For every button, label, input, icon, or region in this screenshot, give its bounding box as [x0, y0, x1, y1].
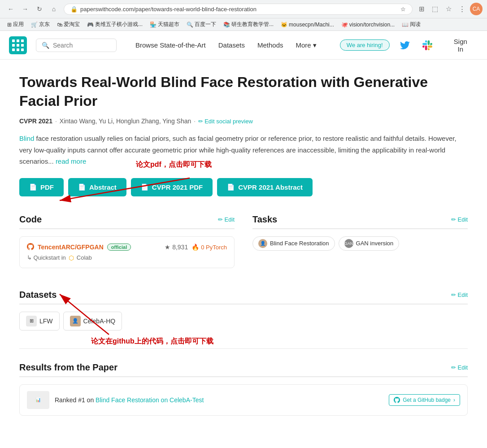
repo-link[interactable]: TencentARC/GFPGAN: [38, 244, 104, 251]
game-icon: 🎮: [87, 22, 94, 28]
refresh-button[interactable]: ↻: [33, 3, 46, 15]
main-content: Towards Real-World Blind Face Restoratio…: [6, 60, 481, 443]
pdf-annotation-text: 论文pdf，点击即可下载: [136, 160, 212, 170]
sign-in-button[interactable]: Sign In: [443, 34, 478, 57]
abstract-button[interactable]: 📄 Abstract: [68, 178, 126, 196]
results-section-header: Results from the Paper ✏ Edit: [19, 362, 468, 377]
more-link[interactable]: More ▾: [290, 38, 322, 53]
bookmark-vision[interactable]: 🐙 vision/torchvision...: [339, 21, 397, 29]
cvpr-abstract-button[interactable]: 📄 CVPR 2021 Abstract: [217, 178, 313, 196]
tasks-section: Tasks ✏ Edit 👤 Blind Face Restoration GA…: [252, 214, 468, 272]
code-edit-link[interactable]: ✏ Edit: [218, 216, 235, 223]
cvpr-pdf-button[interactable]: 📄 CVPR 2021 PDF: [131, 178, 213, 196]
bookmark-tmall-label: 天猫超市: [158, 21, 179, 28]
github-badge-button[interactable]: Get a GitHub badge ›: [389, 394, 460, 406]
bookmark-taobao-label: 爱淘宝: [64, 21, 80, 28]
code-repo-header: TencentARC/GFPGAN official ★ 8,931 🔥 0 P…: [27, 243, 227, 252]
cvpr-abstract-button-label: CVPR 2021 Abstract: [238, 183, 303, 191]
tasks-section-title: Tasks: [252, 214, 277, 225]
chevron-right-icon: ›: [453, 397, 455, 403]
menu-icon[interactable]: ⋮: [457, 4, 467, 14]
bookmark-jd-label: 京东: [39, 21, 50, 28]
jd-icon: 🛒: [31, 22, 38, 28]
bookmark-read[interactable]: 📖 阅读: [399, 20, 423, 29]
star-count-value: 8,931: [172, 244, 188, 251]
logo-icon[interactable]: [9, 36, 27, 54]
bookmark-mousecpn[interactable]: 🐱 mousecpn/Machi...: [278, 21, 337, 29]
pdf-button[interactable]: 📄 PDF: [19, 178, 64, 196]
cvpr-abstract-icon: 📄: [227, 183, 235, 191]
meta-dot-1: ·: [55, 117, 57, 125]
user-avatar[interactable]: CA: [470, 3, 483, 15]
twitter-icon[interactable]: [399, 37, 412, 53]
forward-button[interactable]: →: [19, 3, 31, 15]
search-icon: 🔍: [42, 42, 49, 49]
navbar: 🔍 Browse State-of-the-Art Datasets Metho…: [0, 31, 487, 60]
colab-icon: ⬡: [69, 254, 74, 261]
datasets-section-title: Datasets: [19, 290, 57, 300]
home-button[interactable]: ⌂: [48, 3, 60, 15]
search-box[interactable]: 🔍: [36, 39, 117, 52]
bookmark-baidu[interactable]: 🔍 百度一下: [184, 20, 219, 29]
task-tag-blind-face[interactable]: 👤 Blind Face Restoration: [252, 236, 335, 251]
browse-state-link[interactable]: Browse State-of-the-Art: [130, 38, 211, 52]
buttons-annotation-container: 📄 PDF 📄 Abstract 📄 CVPR 2021 PDF 📄 CVPR …: [19, 178, 468, 196]
back-button[interactable]: ←: [4, 3, 17, 15]
dataset-tag-celeba[interactable]: 👤 CelebA-HQ: [63, 312, 122, 331]
abstract-highlight: Blind: [19, 135, 34, 142]
browser-toolbar-icons: ⊞ ⬚ ☆ ⋮ CA: [416, 3, 483, 15]
results-link[interactable]: Blind Face Restoration on CelebA-Test: [96, 396, 204, 404]
read-more-link[interactable]: read more: [56, 157, 86, 165]
bookmark-game[interactable]: 🎮 奥维五子棋小游戏...: [84, 20, 145, 29]
results-edit-link[interactable]: ✏ Edit: [451, 364, 468, 371]
bookmark-jd[interactable]: 🛒 京东: [28, 20, 52, 29]
slack-icon[interactable]: [421, 37, 434, 53]
bookmarks-bar: ⊞ 应用 🛒 京东 🛍 爱淘宝 🎮 奥维五子棋小游戏... 🏪 天猫超市 🔍 百…: [0, 18, 487, 31]
extensions-icon[interactable]: ⊞: [416, 4, 427, 14]
bookmark-apps[interactable]: ⊞ 应用: [4, 20, 26, 29]
bookmark-taobao[interactable]: 🛍 爱淘宝: [54, 20, 83, 29]
lfw-icon: ⊞: [26, 316, 37, 326]
cvpr-pdf-icon: 📄: [141, 183, 148, 191]
browser-address-bar[interactable]: 🔒 paperswithcode.com/paper/towards-real-…: [64, 4, 413, 15]
bookmark-game-label: 奥维五子棋小游戏...: [95, 21, 143, 28]
pytorch-flame-icon: 🔥: [191, 244, 199, 251]
datasets-section-header: Datasets ✏ Edit: [19, 290, 468, 304]
address-text: paperswithcode.com/paper/towards-real-wo…: [80, 6, 398, 13]
browser-nav-buttons: ← → ↻ ⌂: [4, 3, 60, 15]
results-right: Get a GitHub badge ›: [389, 394, 460, 406]
abstract-icon: 📄: [78, 183, 86, 191]
blind-face-task-icon: 👤: [258, 239, 267, 248]
bookmark-baidu-label: 百度一下: [195, 21, 216, 28]
datasets-link[interactable]: Datasets: [213, 38, 250, 52]
hiring-badge[interactable]: We are hiring!: [340, 39, 390, 51]
colab-label: Colab: [77, 254, 92, 261]
cvpr-pdf-button-label: CVPR 2021 PDF: [152, 183, 203, 191]
pytorch-label: 0 PyTorch: [201, 244, 227, 251]
screenshot-icon[interactable]: ⬚: [430, 4, 440, 14]
section-divider: [19, 348, 468, 349]
svg-rect-7: [17, 48, 19, 51]
dataset-tag-lfw[interactable]: ⊞ LFW: [19, 312, 60, 331]
bookmark-edu-label: 研生教育教学管...: [231, 21, 274, 28]
tasks-edit-link[interactable]: ✏ Edit: [451, 216, 468, 223]
meta-dot-2: ·: [194, 117, 196, 125]
svg-rect-6: [12, 48, 15, 51]
dataset-tags: ⊞ LFW 👤 CelebA-HQ: [19, 312, 468, 331]
official-badge: official: [107, 244, 131, 251]
bookmark-tmall[interactable]: 🏪 天猫超市: [147, 20, 182, 29]
paper-title: Towards Real-World Blind Face Restoratio…: [19, 73, 468, 110]
vision-icon: 🐙: [341, 22, 348, 28]
bookmark-icon[interactable]: ☆: [443, 4, 454, 14]
edit-social-preview-link[interactable]: ✏ Edit social preview: [198, 118, 253, 125]
pytorch-badge: 🔥 0 PyTorch: [191, 244, 227, 251]
taobao-icon: 🛍: [57, 22, 62, 28]
task-tag-gan-inversion[interactable]: GAN GAN inversion: [339, 236, 400, 251]
bookmark-edu[interactable]: 📚 研生教育教学管...: [221, 20, 276, 29]
methods-link[interactable]: Methods: [252, 38, 289, 52]
datasets-edit-link[interactable]: ✏ Edit: [451, 291, 468, 298]
search-input[interactable]: [53, 42, 111, 49]
code-section-header: Code ✏ Edit: [19, 214, 235, 229]
code-section-title: Code: [19, 214, 42, 225]
tasks-section-header: Tasks ✏ Edit: [252, 214, 468, 229]
